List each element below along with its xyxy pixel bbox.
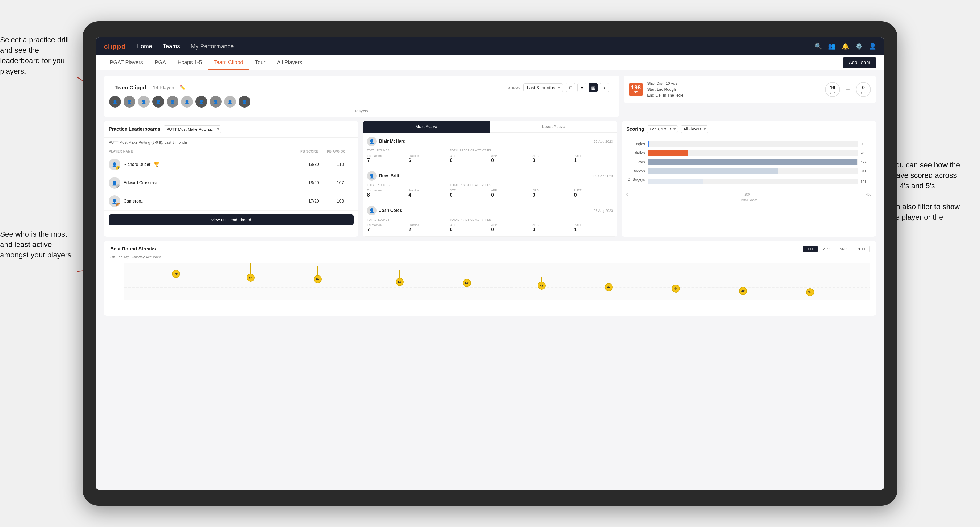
bar-eagles: Eagles 3 — [626, 141, 871, 147]
pa-stats-2: Total Rounds Total Practice Activities T… — [367, 183, 613, 198]
player-info-2: 👤 2 Edward Crossman — [109, 177, 301, 189]
score-1: 19/20 — [301, 162, 327, 167]
dist-circle-2: 0 yds — [856, 82, 871, 97]
people-icon[interactable]: 👥 — [828, 43, 835, 50]
drill-select[interactable]: PUTT Must Make Putting... — [164, 125, 221, 133]
x-label-200: 200 — [744, 193, 749, 197]
putt-val-1: 1 — [574, 157, 613, 163]
streak-stem-6 — [541, 277, 542, 282]
bell-icon[interactable]: 🔔 — [842, 43, 849, 50]
subnav-hcaps[interactable]: Hcaps 1-5 — [172, 56, 208, 70]
app-val-3: 0 — [491, 227, 530, 233]
nav-teams[interactable]: Teams — [163, 43, 180, 50]
player-name-1: Richard Butler — [124, 162, 151, 167]
streak-bubble-4: 5x — [396, 278, 404, 286]
avatar-1[interactable]: 👤 — [109, 96, 121, 108]
streak-item-10: 3x — [806, 287, 814, 296]
scoring-player-filter[interactable]: All Players — [681, 125, 708, 133]
rounds-label-3: Total Rounds — [367, 218, 448, 221]
pa-header-1: 👤 Blair McHarg 26 Aug 2023 — [367, 137, 613, 146]
putt-val-2: 0 — [574, 192, 613, 198]
streak-item-4: 5x — [396, 270, 404, 286]
sort-btn[interactable]: ↕ — [600, 83, 609, 92]
pa-avatar-1: 👤 — [367, 137, 377, 146]
shot-info: Shot Dist: 16 yds Start Lie: Rough End L… — [647, 80, 683, 98]
avg-1: 110 — [327, 162, 354, 167]
streaks-header: Best Round Streaks OTT APP ARG PUTT — [110, 246, 870, 252]
subnav-pga[interactable]: PGA — [149, 56, 172, 70]
avatar-9[interactable]: 👤 — [224, 96, 236, 108]
avatar-8[interactable]: 👤 — [210, 96, 221, 108]
filter-putt[interactable]: PUTT — [853, 246, 870, 252]
activity-card: Most Active Least Active 👤 Blair McHarg … — [363, 121, 617, 237]
dist-circle-1: 16 yds — [825, 82, 840, 97]
arg-sub-2: ARG 0 — [532, 189, 571, 198]
avatar-7[interactable]: 👤 — [196, 96, 207, 108]
shot-card-wrapper: 198 SC Shot Dist: 16 yds Start Lie: Roug… — [624, 76, 876, 117]
nav-logo: clippd — [104, 42, 126, 51]
shot-card: 198 SC Shot Dist: 16 yds Start Lie: Roug… — [624, 76, 876, 103]
bar-fill-birdies — [648, 150, 688, 156]
player-info-3: 👤 3 Cameron... — [109, 195, 301, 207]
show-label: Show: — [508, 85, 520, 90]
grid-view-btn[interactable]: ⊞ — [566, 83, 575, 92]
player-activity-3: 👤 Josh Coles 26 Aug 2023 Total Rounds To… — [363, 202, 617, 237]
card-view-btn[interactable]: ▦ — [589, 83, 598, 92]
settings-icon[interactable]: ⚙️ — [855, 43, 862, 50]
subnav-tour[interactable]: Tour — [249, 56, 271, 70]
show-select[interactable]: Last 3 months — [523, 83, 563, 92]
nav-home[interactable]: Home — [137, 43, 152, 50]
activities-label-3: Total Practice Activities — [450, 218, 613, 221]
team-avatars: 👤 👤 👤 👤 👤 👤 👤 👤 👤 👤 — [109, 96, 614, 108]
subnav: PGAT Players PGA Hcaps 1-5 Team Clippd T… — [96, 56, 884, 70]
players-label: Players — [109, 109, 614, 113]
avatar-6[interactable]: 👤 — [181, 96, 193, 108]
streaks-filters: OTT APP ARG PUTT — [803, 246, 870, 252]
three-col-grid: Practice Leaderboards PUTT Must Make Put… — [104, 121, 876, 237]
tab-most-active[interactable]: Most Active — [363, 121, 490, 133]
filter-arg[interactable]: ARG — [836, 246, 851, 252]
subnav-all-players[interactable]: All Players — [271, 56, 308, 70]
streak-stem-7 — [609, 279, 609, 283]
avatar-2[interactable]: 👤 — [124, 96, 135, 108]
x-label-400: 400 — [866, 193, 871, 197]
putt-sub-1: PUTT 1 — [574, 154, 613, 163]
list-view-btn[interactable]: ≡ — [578, 83, 586, 92]
practice-sub-3: Practice 2 — [408, 223, 447, 233]
avatar-5[interactable]: 👤 — [167, 96, 178, 108]
nav-my-performance[interactable]: My Performance — [191, 43, 234, 50]
avatar-3[interactable]: 👤 — [138, 96, 150, 108]
avg-3: 103 — [327, 199, 354, 204]
player-name-3: Cameron... — [124, 199, 145, 204]
scoring-par-filter[interactable]: Par 3, 4 & 5s — [647, 125, 678, 133]
user-avatar[interactable]: 👤 — [869, 43, 876, 50]
search-icon[interactable]: 🔍 — [815, 43, 822, 50]
bar-label-birdies: Birdies — [626, 151, 645, 155]
subnav-pgat[interactable]: PGAT Players — [104, 56, 149, 70]
streak-item-6: 4x — [538, 277, 546, 290]
avatar-4[interactable]: 👤 — [152, 96, 164, 108]
bar-value-dbogeys: 131 — [861, 179, 871, 184]
pa-date-3: 26 Aug 2023 — [593, 209, 613, 213]
leaderboard-row-1: 👤 1 Richard Butler 🏆 19/20 110 — [104, 156, 358, 174]
bar-birdies: Birdies 96 — [626, 150, 871, 156]
bar-value-eagles: 3 — [861, 142, 871, 146]
tournament-sub-3: Tournament 7 — [367, 223, 406, 233]
add-team-button[interactable]: Add Team — [843, 57, 876, 68]
pa-header-2: 👤 Rees Britt 02 Sep 2023 — [367, 171, 613, 181]
avatar-10[interactable]: 👤 — [239, 96, 250, 108]
pa-date-1: 26 Aug 2023 — [593, 140, 613, 143]
pa-name-1: Blair McHarg — [379, 139, 406, 144]
filter-ott[interactable]: OTT — [803, 246, 818, 252]
ott-val-2: 0 — [450, 192, 489, 198]
streak-item-7: 4x — [605, 279, 613, 291]
tab-least-active[interactable]: Least Active — [490, 121, 617, 133]
filter-app[interactable]: APP — [819, 246, 834, 252]
subnav-team-clippd[interactable]: Team Clippd — [208, 56, 249, 70]
view-full-leaderboard-button[interactable]: View Full Leaderboard — [109, 214, 354, 225]
leaderboard-col-headers: PLAYER NAME PB SCORE PB AVG SQ — [104, 148, 358, 156]
edit-icon[interactable]: ✏️ — [180, 85, 186, 90]
streak-item-1: 7x — [172, 257, 180, 278]
streak-stem-3 — [317, 266, 318, 275]
bar-label-eagles: Eagles — [626, 142, 645, 146]
